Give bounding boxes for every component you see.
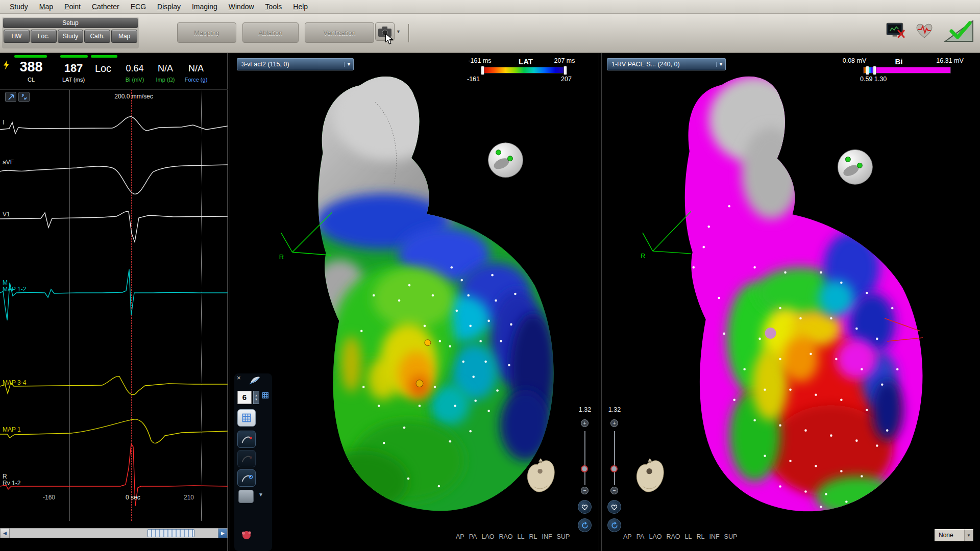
zoom-in-button[interactable]: + <box>610 419 618 427</box>
fill-tool-icon[interactable] <box>249 375 261 387</box>
orient-inf[interactable]: INF <box>709 533 719 540</box>
trace-label-MAP1-2: M MAP 1-2 <box>3 280 26 293</box>
close-icon[interactable]: × <box>237 374 241 382</box>
scale-handle-high[interactable] <box>564 66 567 75</box>
verification-button[interactable]: Verification <box>305 22 374 43</box>
scroll-right-button[interactable]: ▶ <box>218 528 228 538</box>
loc-value: Loc <box>88 63 118 74</box>
zoom-handle[interactable] <box>610 465 618 472</box>
fill-threshold-select[interactable]: None ▼ <box>935 529 973 541</box>
zoom-in-button[interactable]: + <box>581 419 589 427</box>
ablation-button[interactable]: Ablation <box>242 22 299 43</box>
trace-label-aVF: aVF <box>3 159 14 166</box>
menu-bar: Study Map Point Catheter ECG Display Ima… <box>0 0 980 14</box>
catheter-tool-button-disabled[interactable] <box>237 450 256 467</box>
bi-color-scale[interactable] <box>863 67 951 73</box>
orient-rao[interactable]: RAO <box>666 533 680 540</box>
lat-color-scale[interactable] <box>482 67 566 73</box>
orient-pa[interactable]: PA <box>636 533 645 540</box>
scale-handle-low[interactable] <box>481 66 484 75</box>
map-selector[interactable]: 1-RV PACE S... (240, 0) ▼ <box>607 58 726 70</box>
signal-status-bar <box>91 55 117 58</box>
lat-scale-low-value: -161 <box>467 76 480 83</box>
orient-ap[interactable]: AP <box>623 533 632 540</box>
catheter-tool-button[interactable] <box>237 431 256 448</box>
lat-scale-max: 207 ms <box>546 57 583 64</box>
imp-label: Imp (Ω) <box>149 77 182 83</box>
ecg-heart-icon[interactable] <box>915 22 934 39</box>
point-marker[interactable] <box>425 340 431 346</box>
setup-hw-button[interactable]: HW <box>4 30 30 43</box>
orient-lao[interactable]: LAO <box>481 533 494 540</box>
axis-label: R <box>279 253 284 261</box>
scale-handle-high[interactable] <box>873 66 876 75</box>
orient-ll[interactable]: LL <box>518 533 525 540</box>
menu-point[interactable]: Point <box>59 1 86 13</box>
heart-view-button[interactable] <box>607 500 621 514</box>
orient-sup[interactable]: SUP <box>724 533 738 540</box>
orient-rl[interactable]: RL <box>696 533 704 540</box>
menu-map[interactable]: Map <box>34 1 59 13</box>
palette-expand-caret[interactable]: ▼ <box>258 492 263 497</box>
orient-inf[interactable]: INF <box>542 533 552 540</box>
menu-help[interactable]: Help <box>287 1 313 13</box>
scale-handle-low[interactable] <box>866 66 869 75</box>
menu-window[interactable]: Window <box>223 1 260 13</box>
time-scrollbar: ◀ ▶ <box>0 528 228 538</box>
time-tick: -160 <box>43 494 55 501</box>
chevron-down-icon: ▼ <box>716 62 725 67</box>
orient-rao[interactable]: RAO <box>499 533 512 540</box>
bi-scale-title: Bi <box>888 57 910 66</box>
orient-rl[interactable]: RL <box>529 533 537 540</box>
snapshot-dropdown-caret[interactable]: ▼ <box>396 29 401 34</box>
scrollbar-thumb[interactable] <box>148 529 194 537</box>
heart-view-button[interactable] <box>578 500 592 514</box>
orient-ll[interactable]: LL <box>685 533 692 540</box>
count-spinner[interactable]: ▲▼ <box>253 391 259 404</box>
axis-label: R <box>641 252 645 260</box>
menu-study[interactable]: Study <box>4 1 34 13</box>
eraser-tool-button[interactable] <box>237 527 256 544</box>
menu-tools[interactable]: Tools <box>260 1 288 13</box>
grid-tool-button[interactable] <box>237 409 256 427</box>
trace-label-I: I <box>3 119 4 126</box>
zoom-track[interactable] <box>614 431 615 485</box>
rotate-view-button[interactable] <box>607 518 621 532</box>
orientation-sphere[interactable] <box>488 143 523 178</box>
catheter-select-button[interactable] <box>237 469 256 487</box>
zoom-out-button[interactable]: − <box>610 487 618 494</box>
setup-cath-button[interactable]: Cath. <box>84 30 110 43</box>
menu-imaging[interactable]: Imaging <box>186 1 223 13</box>
menu-ecg[interactable]: ECG <box>125 1 152 13</box>
orientation-sphere[interactable] <box>838 149 872 184</box>
cl-label: CL <box>12 77 50 83</box>
setup-map-button[interactable]: Map <box>111 30 137 43</box>
setup-study-button[interactable]: Study <box>58 30 84 43</box>
menu-catheter[interactable]: Catheter <box>86 1 125 13</box>
system-status-icon[interactable] <box>886 22 905 39</box>
setup-loc-button[interactable]: Loc. <box>31 30 57 43</box>
orient-ap[interactable]: AP <box>456 533 464 540</box>
setup-group: Setup HW Loc. Study Cath. Map <box>2 17 139 48</box>
trace-label-MAP3-4: MAP 3-4 <box>3 380 26 386</box>
accept-check-icon[interactable] <box>943 18 975 43</box>
zoom-out-button[interactable]: − <box>581 487 589 494</box>
zoom-track[interactable] <box>584 431 585 485</box>
point-count-input[interactable]: 6 <box>237 391 252 404</box>
trace-label-V1: V1 <box>3 211 10 218</box>
menu-display[interactable]: Display <box>152 1 186 13</box>
zoom-handle[interactable] <box>581 465 588 472</box>
mapping-button[interactable]: Mapping <box>177 22 236 43</box>
rotate-view-button[interactable] <box>578 518 592 532</box>
palette-swatch-button[interactable] <box>238 490 254 503</box>
signal-review-panel: 388 CL 187 LAT (ms) Loc 0.64 Bi (mV) N/A… <box>0 53 228 551</box>
voltage-map-viewport: R 1-RV PACE S... (240, 0) ▼ 0.08 mV Bi 1… <box>601 53 980 551</box>
point-marker[interactable] <box>416 380 423 387</box>
orient-lao[interactable]: LAO <box>649 533 662 540</box>
grid-mini-icon[interactable] <box>262 392 269 399</box>
scrollbar-track[interactable] <box>10 528 218 538</box>
scroll-left-button[interactable]: ◀ <box>0 528 10 538</box>
orient-sup[interactable]: SUP <box>557 533 570 540</box>
orient-pa[interactable]: PA <box>469 533 477 540</box>
map-selector[interactable]: 3-vt act2 (115, 0) ▼ <box>237 58 354 70</box>
